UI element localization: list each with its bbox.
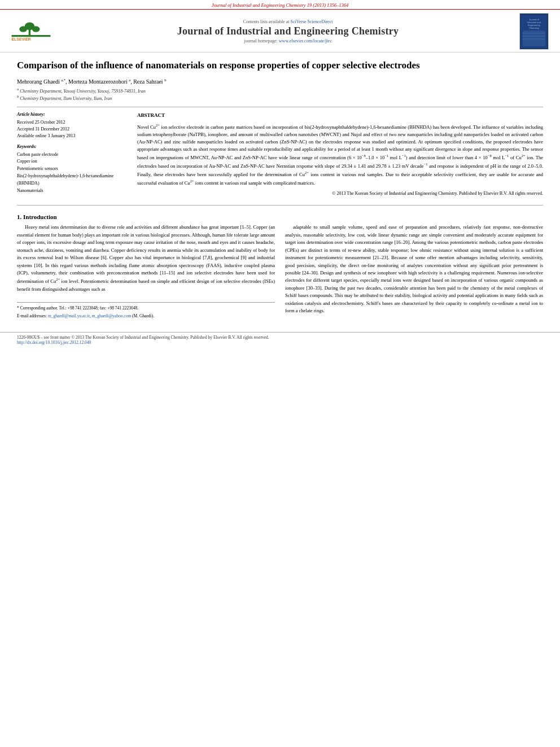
article-body: Comparison of the influence of nanomater… bbox=[0, 53, 560, 332]
authors-line: Mehrorang Ghaedi a,*, Morteza Montazeroz… bbox=[17, 78, 543, 85]
article-info-panel: Article history: Received 25 October 201… bbox=[17, 112, 127, 198]
svg-point-3 bbox=[19, 26, 27, 32]
contents-available-line: Contents lists available at SciVerse Sci… bbox=[62, 19, 514, 24]
keywords-section: Keywords: Carbon paste electrode Copper … bbox=[17, 144, 127, 195]
intro-para-1: Heavy metal ions determination due to di… bbox=[17, 224, 275, 293]
abstract-text: Novel Cu2+ ion selective electrode in ca… bbox=[137, 123, 543, 187]
article-history-title: Article history: bbox=[17, 112, 127, 117]
divider-2 bbox=[17, 205, 543, 206]
keyword-1: Carbon paste electrode bbox=[17, 151, 127, 159]
keywords-title: Keywords: bbox=[17, 144, 127, 149]
sciverse-link[interactable]: SciVerse ScienceDirect bbox=[291, 19, 333, 24]
journal-reference: Journal of Industrial and Engineering Ch… bbox=[212, 2, 349, 8]
homepage-link[interactable]: www.elsevier.com/locate/jiec bbox=[279, 38, 332, 43]
footnote-corresponding: * Corresponding author. Tel.: +98 741 22… bbox=[17, 305, 275, 312]
keyword-3: Potentiometric sensors bbox=[17, 165, 127, 173]
affiliation-a: a Chemistry Department, Yasouj Universit… bbox=[17, 87, 543, 94]
journal-homepage: journal homepage: www.elsevier.com/locat… bbox=[62, 38, 514, 43]
header-center: Contents lists available at SciVerse Sci… bbox=[62, 19, 514, 43]
bottom-bar: 1226-086X/$ – see front matter © 2013 Th… bbox=[0, 332, 560, 347]
doi-line: http://dx.doi.org/10.1016/j.jiec.2012.12… bbox=[17, 340, 543, 345]
keyword-4: Bis(2-hydroxynaphthaldehydene)-1,6-hexan… bbox=[17, 173, 127, 187]
svg-rect-12 bbox=[523, 30, 545, 46]
divider-1 bbox=[17, 107, 543, 107]
svg-rect-0 bbox=[11, 34, 50, 36]
svg-text:Chemistry: Chemistry bbox=[529, 27, 539, 29]
footnote-section: * Corresponding author. Tel.: +98 741 22… bbox=[17, 302, 275, 320]
accepted-date: Accepted 31 December 2012 bbox=[17, 126, 127, 133]
article-title: Comparison of the influence of nanomater… bbox=[17, 59, 543, 72]
top-journal-bar: Journal of Industrial and Engineering Ch… bbox=[0, 0, 560, 10]
journal-cover-thumbnail: Journal of Industrial and Engineering Ch… bbox=[519, 13, 549, 50]
intro-left-column: Heavy metal ions determination due to di… bbox=[17, 224, 275, 320]
journal-header: ELSEVIER Contents lists available at Sci… bbox=[0, 10, 560, 53]
svg-point-4 bbox=[32, 26, 40, 32]
abstract-section: ABSTRACT Novel Cu2+ ion selective electr… bbox=[137, 112, 543, 198]
journal-title: Journal of Industrial and Engineering Ch… bbox=[62, 25, 514, 37]
available-date: Available online 3 January 2013 bbox=[17, 133, 127, 139]
introduction-body: Heavy metal ions determination due to di… bbox=[17, 224, 543, 320]
footnote-email: E-mail addresses: m_ghaedi@mail.yu.ac.ir… bbox=[17, 313, 275, 320]
abstract-title: ABSTRACT bbox=[137, 112, 543, 120]
introduction-heading: 1. Introduction bbox=[17, 213, 543, 220]
intro-para-right: adaptable to small sample volume, speed … bbox=[285, 224, 543, 314]
keyword-5: Nanomaterials bbox=[17, 187, 127, 195]
keyword-2: Copper ion bbox=[17, 158, 127, 165]
abstract-copyright: © 2013 The Korean Society of Industrial … bbox=[137, 190, 543, 197]
info-abstract-section: Article history: Received 25 October 201… bbox=[17, 112, 543, 198]
received-date: Received 25 October 2012 bbox=[17, 119, 127, 126]
affiliations: a Chemistry Department, Yasouj Universit… bbox=[17, 87, 543, 101]
intro-right-column: adaptable to small sample volume, speed … bbox=[285, 224, 543, 320]
affiliation-b: b Chemistry Department, Ilam University,… bbox=[17, 94, 543, 101]
elsevier-logo: ELSEVIER bbox=[11, 20, 51, 43]
issn-line: 1226-086X/$ – see front matter © 2013 Th… bbox=[17, 335, 543, 340]
doi-link[interactable]: http://dx.doi.org/10.1016/j.jiec.2012.12… bbox=[17, 340, 91, 345]
article-dates: Received 25 October 2012 Accepted 31 Dec… bbox=[17, 119, 127, 139]
svg-text:ELSEVIER: ELSEVIER bbox=[11, 37, 30, 41]
